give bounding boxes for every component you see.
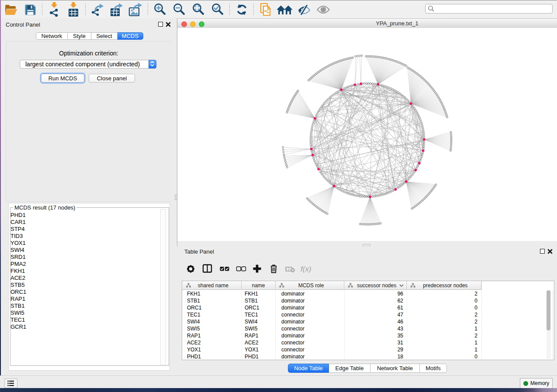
svg-text:f(x): f(x) — [301, 265, 311, 273]
svg-text:name: name — [252, 282, 265, 289]
svg-text:shared name: shared name — [198, 282, 228, 289]
svg-text:MCDS role: MCDS role — [298, 282, 324, 289]
svg-text:successor nodes: successor nodes — [357, 282, 396, 289]
svg-text:predecessor nodes: predecessor nodes — [423, 282, 467, 289]
